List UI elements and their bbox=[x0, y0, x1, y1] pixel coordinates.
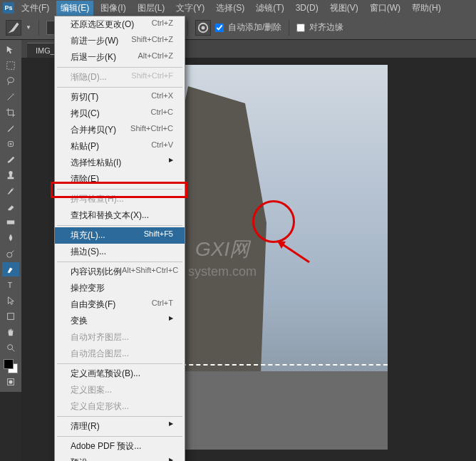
menu-item-label: 描边(S)... bbox=[71, 246, 106, 258]
blur-tool-icon[interactable] bbox=[2, 231, 19, 245]
separator bbox=[187, 20, 188, 36]
menu-item[interactable]: 变换 bbox=[55, 313, 185, 329]
crop-tool-icon[interactable] bbox=[2, 105, 19, 120]
menu-image[interactable]: 图像(I) bbox=[96, 1, 130, 16]
menu-item-label: 渐隐(D)... bbox=[71, 71, 107, 83]
menu-item[interactable]: 操控变形 bbox=[55, 280, 185, 296]
menu-item[interactable]: Adobe PDF 预设... bbox=[55, 438, 185, 455]
zoom-tool-icon[interactable] bbox=[2, 341, 19, 355]
menu-item[interactable]: 合并拷贝(Y)Shift+Ctrl+C bbox=[55, 122, 185, 138]
heal-tool-icon[interactable] bbox=[2, 137, 19, 151]
gradient-tool-icon[interactable] bbox=[2, 215, 19, 229]
pen-tool-icon[interactable] bbox=[2, 262, 19, 276]
toolbox: T bbox=[0, 40, 21, 392]
svg-rect-2 bbox=[7, 62, 15, 70]
marquee-tool-icon[interactable] bbox=[2, 58, 19, 73]
menu-separator bbox=[57, 67, 182, 68]
menu-item-label: 定义画笔预设(B)... bbox=[71, 368, 140, 380]
svg-point-3 bbox=[8, 78, 14, 83]
menu-item-label: 查找和替换文本(X)... bbox=[71, 209, 149, 222]
hand-tool-icon[interactable] bbox=[2, 325, 19, 339]
separator bbox=[38, 20, 39, 36]
svg-point-9 bbox=[7, 252, 12, 257]
menu-item[interactable]: 后退一步(K)Alt+Ctrl+Z bbox=[55, 49, 185, 66]
menu-item-label: 变换 bbox=[71, 315, 88, 327]
pen-tool-icon bbox=[6, 21, 21, 35]
menu-edit[interactable]: 编辑(E) bbox=[56, 1, 93, 16]
menu-separator bbox=[57, 225, 182, 226]
shape-tool-icon[interactable] bbox=[2, 309, 19, 323]
menu-item-label: 还原选区更改(O) bbox=[71, 19, 134, 31]
menu-select[interactable]: 选择(S) bbox=[212, 1, 249, 16]
menu-filter[interactable]: 滤镜(T) bbox=[252, 1, 288, 16]
eyedropper-tool-icon[interactable] bbox=[2, 121, 19, 135]
dodge-tool-icon[interactable] bbox=[2, 247, 19, 261]
svg-point-1 bbox=[201, 26, 205, 29]
menu-item[interactable]: 内容识别比例Alt+Shift+Ctrl+C bbox=[55, 264, 185, 280]
eraser-tool-icon[interactable] bbox=[2, 200, 19, 214]
menu-item[interactable]: 预设 bbox=[55, 455, 185, 461]
menu-help[interactable]: 帮助(H) bbox=[408, 1, 445, 16]
menu-item[interactable]: 粘贴(P)Ctrl+V bbox=[55, 138, 185, 155]
color-swatch[interactable] bbox=[4, 359, 18, 373]
path-select-icon[interactable] bbox=[2, 294, 19, 308]
menu-item-label: 粘贴(P) bbox=[71, 140, 99, 152]
watermark-text: GXI网 bbox=[195, 236, 249, 263]
menu-file[interactable]: 文件(F) bbox=[17, 1, 53, 16]
align-edges-label: 对齐边缘 bbox=[309, 21, 343, 33]
menu-item-label: 选择性粘贴(I) bbox=[71, 157, 121, 169]
menu-item[interactable]: 剪切(T)Ctrl+X bbox=[55, 89, 185, 105]
move-tool-icon[interactable] bbox=[2, 43, 19, 57]
history-brush-icon[interactable] bbox=[2, 184, 19, 198]
menu-item: 渐隐(D)...Shift+Ctrl+F bbox=[55, 69, 185, 86]
menu-item-label: Adobe PDF 预设... bbox=[71, 440, 141, 452]
menu-item-label: 预设 bbox=[71, 457, 88, 461]
menu-item[interactable]: 选择性粘贴(I) bbox=[55, 155, 185, 171]
menu-separator bbox=[57, 87, 182, 88]
menu-item-label: 剪切(T) bbox=[71, 91, 98, 103]
menu-item-shortcut: Alt+Shift+Ctrl+C bbox=[122, 266, 178, 278]
menu-separator bbox=[57, 261, 182, 262]
menu-item-shortcut: Ctrl+X bbox=[151, 91, 173, 103]
menu-item[interactable]: 描边(S)... bbox=[55, 244, 185, 260]
menu-item-shortcut: Alt+Ctrl+Z bbox=[138, 51, 173, 63]
menu-window[interactable]: 窗口(W) bbox=[366, 1, 405, 16]
menu-item[interactable]: 前进一步(W)Shift+Ctrl+Z bbox=[55, 33, 185, 49]
menu-3d[interactable]: 3D(D) bbox=[291, 1, 323, 14]
quickmask-icon[interactable] bbox=[2, 375, 19, 389]
edit-dropdown-menu: 还原选区更改(O)Ctrl+Z前进一步(W)Shift+Ctrl+Z后退一步(K… bbox=[54, 16, 185, 461]
menu-item-shortcut: Ctrl+T bbox=[152, 299, 173, 311]
type-tool-icon[interactable]: T bbox=[2, 278, 19, 292]
menu-item-label: 定义图案... bbox=[71, 384, 112, 396]
auto-add-checkbox[interactable] bbox=[215, 24, 224, 32]
menu-item-label: 自由变换(F) bbox=[71, 299, 115, 311]
menu-item-shortcut: Ctrl+Z bbox=[152, 19, 173, 31]
menu-item-shortcut: Ctrl+C bbox=[151, 108, 173, 120]
lasso-tool-icon[interactable] bbox=[2, 74, 19, 88]
menu-item: 自动对齐图层... bbox=[55, 329, 185, 346]
menu-item[interactable]: 查找和替换文本(X)... bbox=[55, 207, 185, 224]
align-edges-checkbox[interactable] bbox=[296, 24, 305, 32]
svg-point-12 bbox=[8, 345, 13, 350]
wand-tool-icon[interactable] bbox=[2, 90, 19, 104]
auto-add-label: 自动添加/删除 bbox=[228, 21, 281, 33]
current-tool-icon[interactable] bbox=[6, 20, 21, 36]
menu-item[interactable]: 定义画笔预设(B)... bbox=[55, 366, 185, 382]
menu-separator bbox=[57, 436, 182, 437]
menu-item-shortcut: Ctrl+V bbox=[151, 140, 173, 152]
menu-item[interactable]: 拷贝(C)Ctrl+C bbox=[55, 105, 185, 122]
menu-item-label: 定义自定形状... bbox=[71, 400, 129, 413]
gear-icon[interactable] bbox=[195, 20, 211, 36]
menu-item[interactable]: 自由变换(F)Ctrl+T bbox=[55, 296, 185, 313]
menu-view[interactable]: 视图(V) bbox=[326, 1, 363, 16]
menu-item[interactable]: 清理(R) bbox=[55, 418, 185, 435]
menu-type[interactable]: 文字(Y) bbox=[172, 1, 209, 16]
menu-item[interactable]: 填充(L)...Shift+F5 bbox=[55, 227, 185, 244]
menu-layer[interactable]: 图层(L) bbox=[133, 1, 170, 16]
brush-tool-icon[interactable] bbox=[2, 152, 19, 167]
chevron-down-icon[interactable]: ▼ bbox=[26, 24, 31, 31]
menu-item-shortcut: Shift+F5 bbox=[144, 229, 173, 242]
stamp-tool-icon[interactable] bbox=[2, 168, 19, 182]
menu-item[interactable]: 还原选区更改(O)Ctrl+Z bbox=[55, 16, 185, 33]
menu-item-label: 操控变形 bbox=[71, 282, 105, 294]
